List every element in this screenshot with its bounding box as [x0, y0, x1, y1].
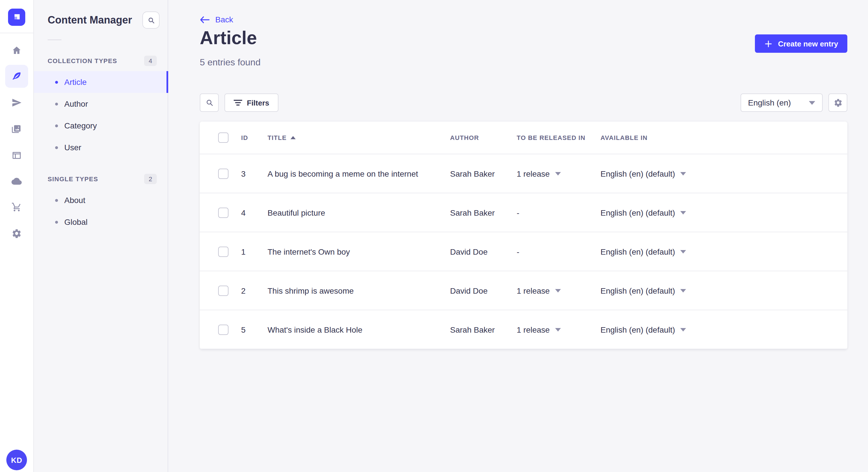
cell-id: 2	[241, 286, 268, 295]
sidebar-search-button[interactable]	[143, 11, 160, 29]
view-settings-button[interactable]	[828, 94, 847, 112]
section-label: COLLECTION TYPES	[48, 57, 117, 64]
gear-icon	[833, 98, 842, 107]
sidebar-item-label: Article	[64, 77, 87, 87]
cell-id: 5	[241, 325, 268, 334]
home-icon[interactable]	[5, 39, 28, 62]
rail-divider	[0, 33, 33, 33]
create-new-entry-button[interactable]: Create new entry	[755, 34, 847, 53]
sidebar-item-label: Author	[64, 99, 88, 108]
sidebar-item[interactable]: Category	[33, 115, 167, 136]
chevron-down-icon	[809, 101, 815, 105]
bullet-icon	[55, 221, 58, 224]
entries-table: ID TITLE AUTHOR TO BE RELEASED IN AVAILA…	[200, 122, 847, 349]
cell-id: 4	[241, 208, 268, 217]
strapi-logo[interactable]	[8, 9, 25, 26]
cell-title: The internet's Own boy	[268, 247, 450, 256]
bullet-icon	[55, 124, 58, 127]
locale-dropdown[interactable]: English (en) (default)	[600, 208, 847, 217]
chevron-down-icon	[555, 172, 561, 175]
row-checkbox[interactable]	[218, 324, 228, 335]
row-checkbox[interactable]	[218, 246, 228, 257]
table-search-button[interactable]	[200, 94, 219, 112]
cell-title: Beautiful picture	[268, 208, 450, 217]
back-arrow-icon	[200, 16, 210, 23]
select-all-checkbox[interactable]	[218, 133, 228, 143]
table-row[interactable]: 3 A bug is becoming a meme on the intern…	[200, 154, 847, 193]
sidebar-item[interactable]: User	[33, 136, 167, 158]
row-checkbox[interactable]	[218, 207, 228, 217]
user-avatar[interactable]: KD	[6, 450, 27, 470]
release-dropdown[interactable]: 1 release	[517, 169, 600, 178]
chevron-down-icon	[680, 211, 686, 214]
strapi-logo-icon	[11, 12, 22, 22]
chevron-down-icon	[555, 289, 561, 292]
cell-title: What's inside a Black Hole	[268, 325, 450, 334]
plus-icon	[764, 39, 773, 48]
sidebar-item-label: Category	[64, 121, 97, 130]
sidebar-item-label: About	[64, 196, 85, 205]
table-body: 3 A bug is becoming a meme on the intern…	[200, 154, 847, 349]
cell-author: Sarah Baker	[450, 325, 517, 334]
list-toolbar: Filters English (en)	[200, 94, 847, 112]
column-header-id[interactable]: ID	[241, 134, 268, 141]
strapi-admin: KD Content Manager COLLECTION TYPES 4	[0, 0, 868, 472]
cell-title: This shrimp is awesome	[268, 286, 450, 295]
back-link[interactable]: Back	[200, 15, 233, 24]
locale-dropdown[interactable]: English (en) (default)	[600, 169, 847, 178]
locale-dropdown[interactable]: English (en) (default)	[600, 325, 847, 334]
search-icon	[205, 99, 213, 107]
main-content: Back Article 5 entries found Create new …	[167, 0, 868, 472]
sort-asc-icon	[291, 136, 296, 139]
sidebar-item[interactable]: Global	[33, 211, 167, 233]
search-icon	[147, 16, 155, 24]
row-checkbox[interactable]	[218, 168, 228, 179]
collection-types-section: COLLECTION TYPES 4 Article Author	[33, 56, 167, 158]
settings-icon[interactable]	[5, 222, 28, 245]
section-count-badge: 2	[144, 174, 157, 184]
cell-title: A bug is becoming a meme on the internet	[268, 169, 450, 178]
marketplace-icon[interactable]	[5, 196, 28, 218]
row-checkbox[interactable]	[218, 285, 228, 296]
locale-dropdown[interactable]: English (en) (default)	[600, 247, 847, 256]
release-dropdown[interactable]: -	[517, 208, 600, 217]
cell-id: 1	[241, 247, 268, 256]
chevron-down-icon	[680, 250, 686, 253]
content-type-builder-icon[interactable]	[5, 144, 28, 167]
content-manager-icon[interactable]	[5, 65, 28, 88]
bullet-icon	[55, 199, 58, 202]
filters-button[interactable]: Filters	[224, 94, 278, 112]
table-row[interactable]: 5 What's inside a Black Hole Sarah Baker…	[200, 310, 847, 349]
column-header-title[interactable]: TITLE	[268, 134, 450, 141]
cell-author: Sarah Baker	[450, 169, 517, 178]
bullet-icon	[55, 146, 58, 149]
sidebar-item[interactable]: About	[33, 189, 167, 211]
column-header-author[interactable]: AUTHOR	[450, 134, 517, 141]
page-title: Article	[200, 28, 257, 49]
release-dropdown[interactable]: 1 release	[517, 286, 600, 295]
sidebar-item-label: Global	[64, 217, 88, 227]
column-header-available[interactable]: AVAILABLE IN	[600, 134, 847, 141]
locale-value: English (en)	[748, 98, 791, 107]
deploy-icon[interactable]	[5, 170, 28, 193]
chevron-down-icon	[680, 289, 686, 292]
bullet-icon	[55, 80, 58, 83]
nav-rail: KD	[0, 0, 34, 472]
sidebar-divider	[48, 40, 61, 40]
release-dropdown[interactable]: 1 release	[517, 325, 600, 334]
releases-icon[interactable]	[5, 91, 28, 114]
cell-author: Sarah Baker	[450, 208, 517, 217]
locale-dropdown[interactable]: English (en) (default)	[600, 286, 847, 295]
locale-select[interactable]: English (en)	[741, 94, 823, 112]
sidebar-item[interactable]: Article	[33, 71, 167, 93]
media-library-icon[interactable]	[5, 117, 28, 140]
chevron-down-icon	[555, 328, 561, 331]
release-dropdown[interactable]: -	[517, 247, 600, 256]
table-row[interactable]: 4 Beautiful picture Sarah Baker - Englis…	[200, 193, 847, 232]
sidebar-item[interactable]: Author	[33, 93, 167, 115]
table-row[interactable]: 1 The internet's Own boy David Doe - Eng…	[200, 232, 847, 271]
table-row[interactable]: 2 This shrimp is awesome David Doe 1 rel…	[200, 271, 847, 310]
bullet-icon	[55, 102, 58, 105]
column-header-release[interactable]: TO BE RELEASED IN	[517, 134, 600, 141]
filter-icon	[234, 99, 242, 106]
